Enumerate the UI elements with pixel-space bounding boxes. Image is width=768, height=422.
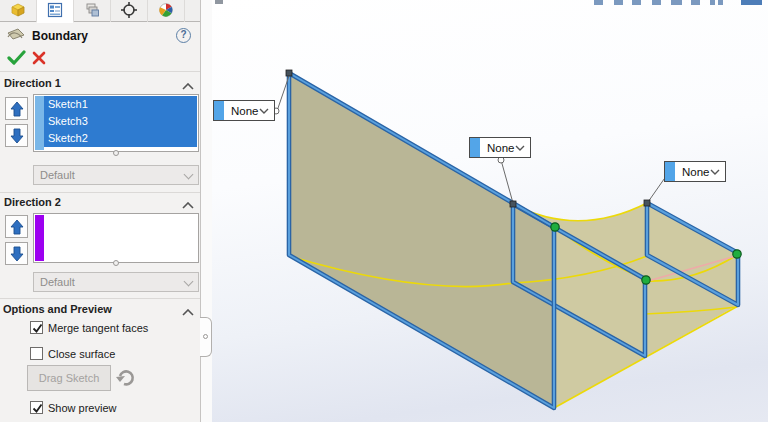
solidworks-window: { "panel": { "tabs": [ {"icon": "part-fe… bbox=[0, 0, 768, 422]
group-header-direction2[interactable]: Direction 2 bbox=[0, 196, 200, 212]
chevron-up-icon[interactable] bbox=[182, 199, 194, 211]
checkbox-label: Merge tangent faces bbox=[48, 322, 148, 334]
group-label: Direction 1 bbox=[4, 77, 61, 89]
tangency-dropdown-value: None bbox=[480, 142, 515, 154]
property-manager-panel: Boundary ? Direction 1 Sketch1 bbox=[0, 0, 200, 422]
divider bbox=[0, 298, 200, 299]
list-item[interactable]: Sketch2 bbox=[44, 130, 197, 147]
list-resize-grip[interactable] bbox=[113, 260, 119, 266]
checkbox-unchecked[interactable] bbox=[30, 347, 43, 360]
list-item[interactable]: Sketch1 bbox=[44, 96, 197, 113]
move-up-button[interactable] bbox=[5, 97, 28, 120]
checkbox-label: Show preview bbox=[48, 402, 116, 414]
direction2-curve-sensitivity-dropdown[interactable]: Default bbox=[33, 272, 199, 292]
boundary-feature-icon bbox=[6, 27, 26, 45]
direction2-color-strip bbox=[35, 215, 44, 261]
tab-dimxpert-manager[interactable] bbox=[111, 0, 148, 22]
handle-dot-icon bbox=[203, 334, 208, 339]
divider bbox=[0, 71, 200, 72]
move-down-button[interactable] bbox=[5, 242, 28, 265]
checkbox-checked[interactable] bbox=[30, 321, 43, 334]
group-label: Options and Preview bbox=[3, 303, 112, 315]
move-down-button[interactable] bbox=[5, 124, 28, 147]
cancel-x-icon[interactable] bbox=[32, 51, 46, 67]
chevron-up-icon[interactable] bbox=[182, 80, 194, 92]
display-manager-icon bbox=[158, 2, 174, 20]
list-resize-grip[interactable] bbox=[113, 150, 119, 156]
group-header-options[interactable]: Options and Preview bbox=[0, 303, 200, 319]
page-title: Boundary bbox=[32, 29, 88, 43]
checkbox-checked[interactable] bbox=[30, 401, 43, 414]
tangency-callout-sketch1[interactable]: None bbox=[213, 100, 275, 121]
manager-tab-bar bbox=[0, 0, 200, 22]
dropdown-value: Default bbox=[40, 276, 75, 288]
list-item[interactable]: Sketch3 bbox=[44, 113, 197, 130]
move-up-button[interactable] bbox=[5, 215, 28, 238]
connector-endpoint-handle[interactable] bbox=[644, 200, 650, 206]
part-feature-tree-icon bbox=[10, 2, 26, 20]
callout-color-swatch bbox=[665, 162, 675, 181]
checkbox-label: Close surface bbox=[48, 348, 115, 360]
chevron-down-icon bbox=[184, 170, 194, 180]
cropped-toolbar-icons bbox=[215, 0, 762, 5]
ok-check-icon[interactable] bbox=[7, 49, 26, 68]
tangency-callout-sketch2[interactable]: None bbox=[469, 137, 531, 158]
callout-color-swatch bbox=[470, 138, 480, 157]
configuration-manager-icon bbox=[84, 2, 100, 20]
property-manager-icon bbox=[47, 2, 63, 20]
tab-display-manager[interactable] bbox=[148, 0, 185, 22]
confirmation-bar bbox=[0, 47, 200, 69]
dimxpert-icon bbox=[120, 1, 138, 21]
boundary-preview-scene bbox=[212, 0, 768, 422]
graphics-viewport[interactable]: None None None bbox=[212, 0, 768, 422]
chevron-down-icon bbox=[184, 277, 194, 287]
chevron-down-icon[interactable] bbox=[259, 108, 269, 114]
group-header-direction1[interactable]: Direction 1 bbox=[0, 77, 200, 93]
help-icon[interactable]: ? bbox=[176, 28, 191, 43]
panel-splitter[interactable] bbox=[200, 0, 212, 422]
tab-property-manager[interactable] bbox=[37, 0, 74, 23]
tangency-dropdown-value: None bbox=[675, 166, 710, 178]
direction2-curve-list[interactable] bbox=[33, 213, 199, 263]
drag-sketch-button[interactable]: Drag Sketch bbox=[27, 365, 111, 391]
chevron-down-icon[interactable] bbox=[710, 169, 720, 175]
check-icon bbox=[31, 322, 44, 335]
callout-color-swatch bbox=[214, 101, 224, 120]
direction1-profile-list[interactable]: Sketch1 Sketch3 Sketch2 bbox=[33, 94, 199, 152]
chevron-down-icon[interactable] bbox=[515, 145, 525, 151]
chevron-up-icon[interactable] bbox=[182, 306, 194, 318]
tab-feature-manager[interactable] bbox=[0, 0, 37, 22]
feature-header: Boundary ? bbox=[0, 26, 200, 46]
tab-configuration-manager[interactable] bbox=[74, 0, 111, 22]
tangency-callout-sketch3[interactable]: None bbox=[664, 161, 726, 182]
arrow-down-icon bbox=[10, 246, 24, 262]
arrow-up-icon bbox=[10, 219, 24, 235]
undo-drag-icon[interactable] bbox=[115, 368, 137, 390]
check-icon bbox=[31, 402, 44, 415]
arrow-down-icon bbox=[10, 128, 24, 144]
divider bbox=[0, 192, 200, 193]
connector-endpoint-handle[interactable] bbox=[286, 70, 292, 76]
arrow-up-icon bbox=[10, 101, 24, 117]
dropdown-value: Default bbox=[40, 169, 75, 181]
panel-collapse-handle[interactable] bbox=[200, 317, 212, 357]
tangency-dropdown-value: None bbox=[224, 105, 259, 117]
connector-endpoint-handle[interactable] bbox=[510, 201, 516, 207]
direction1-color-strip bbox=[35, 96, 44, 150]
group-label: Direction 2 bbox=[4, 196, 61, 208]
direction1-curve-sensitivity-dropdown[interactable]: Default bbox=[33, 165, 199, 185]
